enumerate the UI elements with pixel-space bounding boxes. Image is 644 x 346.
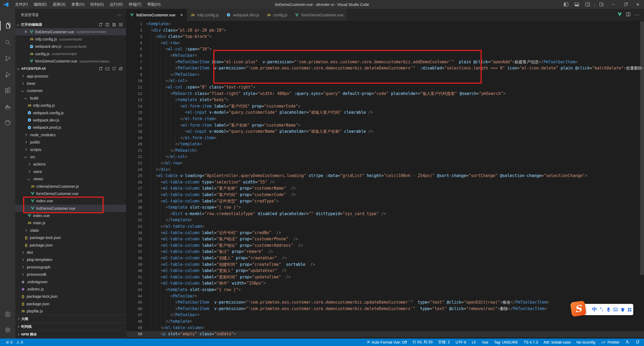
code-line-26[interactable]: 26 <el-table-column type="selection" wid… xyxy=(126,179,644,186)
menu-item[interactable]: 选择(S) xyxy=(50,0,68,9)
code-line-38[interactable]: 38 <el-table-column label="创建人" prop="cr… xyxy=(126,255,644,262)
tree-item-package-lock.json[interactable]: {}package-lock.json xyxy=(15,234,126,241)
code-line-41[interactable]: 41 <el-table-column label="更新时间" prop="u… xyxy=(126,274,644,281)
code-line-21[interactable]: 21 </PmSearch> xyxy=(126,148,644,154)
code-line-48[interactable]: 48 </template> xyxy=(126,318,644,325)
tab-webpack.dev.js[interactable]: webpack.dev.js xyxy=(223,9,263,21)
menu-item[interactable]: 帮助(H) xyxy=(144,0,163,9)
code-line-31[interactable]: 31 <Dict v-model="row.credentialsType" d… xyxy=(126,211,644,217)
tree-item-base[interactable]: base xyxy=(15,80,126,87)
open-editor-item[interactable]: ✕listDemoCustomer.vuecustomer\src\views xyxy=(15,28,126,35)
close-button[interactable]: ✕ xyxy=(632,0,644,9)
code-line-30[interactable]: 30 <template slot-scope="{ row }"> xyxy=(126,204,644,211)
collapse-all-icon[interactable] xyxy=(119,67,123,71)
refresh-icon[interactable] xyxy=(112,67,116,71)
sidebar-section-大纲[interactable]: 大纲 xyxy=(15,315,126,323)
open-editor-item[interactable]: JSconfig.jscustomer\scripts xyxy=(15,50,126,57)
tree-item-formDemoCustomer.vue[interactable]: formDemoCustomer.vue xyxy=(15,190,126,197)
status-item-Prettier[interactable]: ✓✓Prettier xyxy=(601,340,620,344)
tree-item-webpack.prod.js[interactable]: webpack.prod.js xyxy=(15,124,126,131)
status-item-Tag: UNSURE[interactable]: Tag: UNSURE xyxy=(494,340,518,344)
tree-item-package-lock.json[interactable]: {}package-lock.json xyxy=(15,293,126,300)
new-file-icon[interactable] xyxy=(98,67,103,71)
status-item-Attr: kebab-case[interactable]: Attr: kebab-case xyxy=(543,340,571,344)
toggle-panel-icon[interactable] xyxy=(571,0,582,9)
tree-item-processsdk[interactable]: processsdk xyxy=(15,271,126,278)
status-item[interactable] xyxy=(625,340,630,345)
editor-scrollbar[interactable] xyxy=(640,21,644,275)
tree-item-.eslintrc.js[interactable]: ◉.eslintrc.js xyxy=(15,285,126,293)
search-icon[interactable] xyxy=(0,36,15,49)
menu-item[interactable]: 终端(T) xyxy=(126,0,145,9)
tree-item-criteriaDemoCustomer.js[interactable]: JScriteriaDemoCustomer.js xyxy=(15,183,126,190)
code-line-3[interactable]: 3 <div class="top-block"> xyxy=(126,34,644,40)
ime-punctuation-toggle[interactable]: °, xyxy=(598,307,605,312)
menu-item[interactable]: 文件(F) xyxy=(12,0,31,9)
tree-item-package.json[interactable]: {}package.json xyxy=(15,241,126,249)
ime-keyboard-icon[interactable] xyxy=(612,308,619,311)
code-line-11[interactable]: 11 <el-col :span="8" class="text-right"> xyxy=(126,84,644,91)
tree-item-store[interactable]: store xyxy=(15,168,126,175)
tree-item-main.js[interactable]: JSmain.js xyxy=(15,219,126,227)
menu-item[interactable]: 转到(G) xyxy=(87,0,107,9)
code-line-10[interactable]: 10 </el-col> xyxy=(126,78,644,84)
tree-item-processgraph[interactable]: processgraph xyxy=(15,263,126,271)
close-tab-icon[interactable]: ✕ xyxy=(180,13,183,17)
code-line-15[interactable]: 15 <el-input v-model="query.customerCode… xyxy=(126,109,644,116)
tab-formDemoCustomer.vue[interactable]: formDemoCustomer.vue xyxy=(291,9,347,21)
tree-item-src[interactable]: src xyxy=(15,153,126,160)
code-line-16[interactable]: 16 </el-form-item> xyxy=(126,116,644,122)
code-line-45[interactable]: 45 <PmToolbarItem v-permission="'com.pri… xyxy=(126,299,644,306)
tree-item-listDemoCustomer.vue[interactable]: listDemoCustomer.vue xyxy=(15,205,126,212)
code-line-14[interactable]: 14 <el-form-item label="客户代码" prop="cust… xyxy=(126,103,644,110)
split-editor-icon[interactable] xyxy=(626,12,631,18)
code-line-8[interactable]: 8 <PmToolbarItem v-permission="'com.prim… xyxy=(126,65,644,72)
ime-skin-icon[interactable] xyxy=(619,308,626,312)
tree-item-static[interactable]: static xyxy=(15,227,126,234)
split-editor-icon[interactable] xyxy=(105,23,109,27)
tree-item-build[interactable]: build xyxy=(15,94,126,102)
code-line-24[interactable]: 24 </div> xyxy=(126,167,644,173)
code-line-28[interactable]: 28 <el-table-column label="客户代码" prop="c… xyxy=(126,192,644,198)
toggle-secondary-sidebar-icon[interactable] xyxy=(582,0,593,9)
status-item-行 63, 列 50[interactable]: 行 63, 列 50 xyxy=(412,340,433,345)
extensions-icon[interactable] xyxy=(0,84,15,97)
code-line-25[interactable]: 25 <el-table v-loading="ApiController.qu… xyxy=(126,173,644,179)
tab-listDemoCustomer.vue[interactable]: listDemoCustomer.vue✕ xyxy=(126,9,187,21)
sogou-ime-logo[interactable]: S xyxy=(570,301,587,317)
edge-browser-icon[interactable] xyxy=(0,116,15,129)
code-line-6[interactable]: 6 <PmToolbar> xyxy=(126,53,644,59)
code-line-35[interactable]: 35 <el-table-column label="客户电话" prop="c… xyxy=(126,236,644,242)
project-header[interactable]: AFCENTER-UI xyxy=(15,65,126,72)
tree-item-webpack.dev.js[interactable]: webpack.dev.js xyxy=(15,116,126,124)
menu-item[interactable]: 编辑(E) xyxy=(31,0,50,9)
tree-item-public[interactable]: public xyxy=(15,138,126,146)
code-line-20[interactable]: 20 </template> xyxy=(126,141,644,148)
open-editor-item[interactable]: formDemoCustomer.vuecustomer\src\views xyxy=(15,58,126,65)
open-editors-header[interactable]: 打开的编辑器 xyxy=(15,21,126,28)
tree-item-scripts[interactable]: scripts xyxy=(15,146,126,153)
status-item-空格: 2[interactable]: 空格: 2 xyxy=(438,340,450,345)
tree-item-mfp.config.js[interactable]: JSmfp.config.js xyxy=(15,102,126,109)
code-line-34[interactable]: 34 <el-table-column label="证件号码" prop="c… xyxy=(126,230,644,236)
code-line-29[interactable]: 29 <el-table-column label="证件类型" prop="c… xyxy=(126,198,644,205)
code-line-18[interactable]: 18 <el-input v-model="query.customerName… xyxy=(126,128,644,135)
code-line-1[interactable]: 1<template> xyxy=(126,21,644,27)
status-item[interactable] xyxy=(635,340,640,345)
open-editor-item[interactable]: webpack.dev.jscustomer\build xyxy=(15,43,126,50)
code-line-42[interactable]: 42 <el-table-column label="操作" width="15… xyxy=(126,280,644,287)
code-line-43[interactable]: 43 <template slot-scope="{ row }"> xyxy=(126,287,644,293)
status-item-LF[interactable]: LF xyxy=(472,340,476,344)
sidebar-more-actions-icon[interactable]: ··· xyxy=(117,12,122,18)
code-line-23[interactable]: 23 </el-row> xyxy=(126,160,644,167)
save-all-icon[interactable] xyxy=(112,23,116,27)
tree-item-dist[interactable]: dist xyxy=(15,249,126,256)
code-line-9[interactable]: 9 </PmToolbar> xyxy=(126,72,644,78)
tree-item-index.vue[interactable]: index.vue xyxy=(15,197,126,205)
toggle-sidebar-icon[interactable] xyxy=(561,0,571,9)
code-line-12[interactable]: 12 <PmSearch class="float-right" style="… xyxy=(126,91,644,97)
tree-item-views[interactable]: views xyxy=(15,175,126,182)
code-line-32[interactable]: 32 </template> xyxy=(126,217,644,223)
restore-button[interactable] xyxy=(619,0,632,9)
code-line-50[interactable]: 50 <p slot="empty" class="noData"> xyxy=(126,331,644,337)
